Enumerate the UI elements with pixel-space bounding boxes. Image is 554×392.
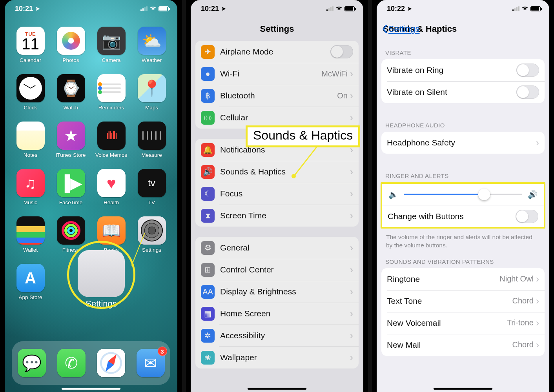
ringer-volume-slider[interactable] (404, 189, 522, 200)
settings-row[interactable]: AADisplay & Brightness› (195, 281, 359, 303)
settings-row[interactable]: New MailChord› (381, 334, 545, 356)
waveform-icon: ıllıllı (97, 122, 126, 150)
app-wallet[interactable]: Wallet (12, 216, 49, 253)
app-calendar[interactable]: TUE11 Calendar (12, 27, 49, 63)
section-patterns-header: SOUNDS AND VIBRATION PATTERNS (377, 250, 549, 268)
settings-row[interactable]: 🔊Sounds & Haptics› (195, 161, 359, 183)
settings-row[interactable]: Headphone Safety› (381, 132, 545, 154)
cell-title: General (220, 243, 350, 252)
settings-row[interactable]: ⊞Control Center› (195, 259, 359, 281)
app-clock[interactable]: Clock (12, 74, 49, 111)
messages-icon: 💬 (18, 349, 46, 377)
maps-icon: 📍 (138, 74, 166, 102)
cell-title: Bluetooth (220, 91, 337, 100)
home-indicator[interactable] (62, 388, 120, 390)
app-reminders[interactable]: Reminders (93, 74, 130, 111)
settings-row[interactable]: Text ToneChord› (381, 290, 545, 312)
app-facetime[interactable]: ▐▶ FaceTime (52, 169, 89, 205)
app-label: Maps (145, 105, 158, 111)
app-health[interactable]: ♥ Health (93, 169, 130, 205)
cell-title: Control Center (220, 265, 350, 274)
cell-title: Sounds & Haptics (220, 167, 350, 176)
settings-row[interactable]: ✈Airplane Mode (195, 41, 359, 63)
section-vibrate-header: VIBRATE (377, 41, 549, 59)
ringer-volume-row: 🔈 🔊 (382, 184, 544, 205)
app-label: Wallet (23, 247, 38, 253)
photos-icon (62, 32, 80, 50)
cell-title: Accessibility (220, 331, 350, 340)
app-label: Photos (62, 57, 79, 63)
toggle-off[interactable] (516, 210, 538, 223)
cell-value: Chord (512, 340, 534, 349)
dock-phone[interactable]: ✆Phone (57, 349, 86, 377)
apple-tv-icon: tv (138, 169, 166, 197)
settings-row[interactable]: ❀Wallpaper› (195, 347, 359, 368)
wifi-icon (149, 5, 157, 12)
navbar: Settings Sounds & Haptics (377, 17, 549, 41)
toggle-off[interactable] (516, 85, 539, 99)
row-icon: ⧗ (201, 209, 215, 223)
app-camera[interactable]: 📷 Camera (93, 27, 130, 63)
cell-title: Screen Time (220, 211, 350, 220)
dock-mail[interactable]: ✉3Mail (137, 349, 165, 377)
callout-dot (292, 174, 296, 178)
settings-row[interactable]: ☾Focus› (195, 183, 359, 205)
dock-messages[interactable]: 💬Messages (18, 349, 46, 377)
star-icon: ★ (57, 122, 85, 150)
app-books[interactable]: 📖 Books (93, 216, 130, 253)
status-bar: 10:21 ➤ (5, 0, 177, 17)
settings-row[interactable]: ⚙General› (195, 237, 359, 259)
home-indicator[interactable] (248, 388, 306, 390)
row-icon: ❀ (201, 351, 215, 365)
app-fitness[interactable]: Fitness (52, 216, 89, 253)
chevron-right-icon: › (536, 296, 539, 307)
wallet-icon (16, 216, 45, 245)
row-icon: ⊞ (201, 263, 215, 277)
settings-row[interactable]: ⧗Screen Time› (195, 205, 359, 227)
app-photos[interactable]: Photos (52, 27, 89, 63)
status-bar: 10:21 ➤ (191, 0, 363, 17)
watch-icon: ⌚ (57, 74, 85, 102)
weather-icon: ⛅ (138, 27, 166, 55)
cell-title: Airplane Mode (220, 47, 330, 56)
cell-title: Display & Brightness (220, 287, 350, 296)
cellular-signal-icon (326, 6, 333, 11)
toggle-off[interactable] (516, 64, 539, 77)
cellular-signal-icon (140, 6, 148, 11)
app-watch[interactable]: ⌚ Watch (52, 74, 89, 111)
gear-icon (141, 220, 163, 241)
settings-row[interactable]: Vibrate on Ring (381, 59, 545, 81)
app-maps[interactable]: 📍 Maps (133, 74, 170, 111)
settings-row[interactable]: ●Wi-FiMcWiFi› (195, 63, 359, 85)
settings-row[interactable]: RingtoneNight Owl› (381, 268, 545, 290)
change-with-buttons-row[interactable]: Change with Buttons (382, 205, 544, 227)
settings-row[interactable]: ▦Home Screen› (195, 303, 359, 325)
back-button[interactable]: Settings (381, 24, 420, 34)
app-weather[interactable]: ⛅ Weather (133, 27, 170, 63)
toggle-off[interactable] (330, 45, 353, 58)
settings-row[interactable]: New VoicemailTri-tone› (381, 312, 545, 334)
callout-label: Settings (86, 299, 117, 309)
settings-row[interactable]: Vibrate on Silent (381, 81, 545, 103)
row-icon: ✈ (201, 45, 215, 59)
chevron-right-icon: › (350, 68, 353, 79)
app-music[interactable]: ♫ Music (12, 169, 49, 205)
back-label: Settings (388, 24, 420, 34)
app-tv[interactable]: tv TV (133, 169, 170, 205)
chevron-right-icon: › (536, 339, 539, 350)
settings-row[interactable]: ฿BluetoothOn› (195, 85, 359, 107)
location-icon: ➤ (407, 5, 412, 12)
battery-icon (344, 6, 355, 11)
battery-icon (159, 6, 169, 11)
chevron-left-icon (381, 25, 388, 33)
app-appstore[interactable]: A App Store (12, 264, 49, 300)
app-notes[interactable]: Notes (12, 122, 49, 158)
notes-icon (16, 122, 45, 150)
dock-safari[interactable]: Safari (97, 349, 125, 377)
home-indicator[interactable] (434, 388, 492, 390)
app-measure[interactable]: ┃┃┃┃┃ Measure (133, 122, 170, 158)
settings-row[interactable]: ✲Accessibility› (195, 325, 359, 347)
app-itunes-store[interactable]: ★ iTunes Store (52, 122, 89, 158)
cell-value: Chord (512, 296, 534, 305)
app-voice-memos[interactable]: ıllıllı Voice Memos (93, 122, 130, 158)
